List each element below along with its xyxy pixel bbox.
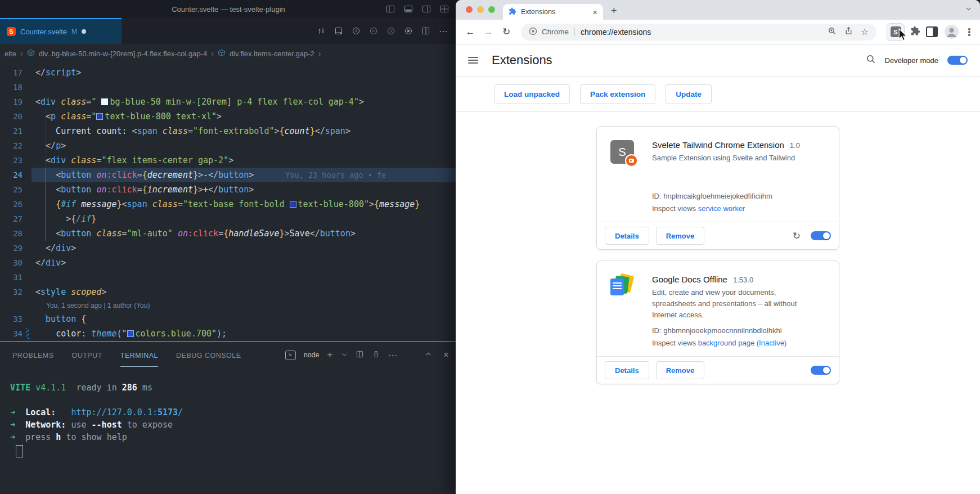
split-terminal-icon[interactable] bbox=[356, 350, 364, 360]
unsaved-dot-icon[interactable] bbox=[82, 29, 86, 34]
code-editor[interactable]: 17</script>1819<div class=" bg-blue-50 m… bbox=[0, 63, 457, 341]
open-changes-icon[interactable] bbox=[317, 26, 326, 35]
terminal-line: ➜ Network: use --host to expose bbox=[0, 419, 457, 431]
code-line[interactable]: 25 <button on:click={increment}>+</butto… bbox=[0, 182, 457, 197]
color-swatch-icon[interactable] bbox=[127, 330, 134, 337]
chrome-tab-extensions[interactable]: Extensions × bbox=[503, 4, 603, 20]
code-line[interactable]: 31 bbox=[0, 270, 457, 285]
split-editor-icon[interactable] bbox=[421, 26, 430, 35]
extension-enabled-toggle[interactable] bbox=[811, 231, 831, 240]
toggle-sidebar-icon[interactable] bbox=[386, 5, 395, 14]
codelens-annotation[interactable]: You, 1 second ago | 1 author (You) bbox=[0, 299, 457, 312]
line-number: 21 bbox=[0, 124, 35, 138]
code-line[interactable]: 27 >{/if} bbox=[0, 212, 457, 226]
bookmark-star-icon[interactable]: ☆ bbox=[861, 26, 869, 37]
side-panel-icon[interactable] bbox=[926, 26, 938, 37]
symbol-cube-icon bbox=[218, 49, 226, 59]
tab-terminal[interactable]: TERMINAL bbox=[120, 344, 158, 367]
code-line[interactable]: 23 <div class="flex items-center gap-2"> bbox=[0, 153, 457, 168]
mac-minimize-button[interactable] bbox=[477, 6, 484, 13]
profile-avatar[interactable] bbox=[945, 25, 959, 39]
tab-counter-svelte[interactable]: S Counter.svelte M bbox=[0, 18, 122, 44]
breadcrumb-symbol-1[interactable]: div..bg-blue-50.min-w-[20rem].p-4.flex.f… bbox=[39, 50, 208, 58]
line-number: 19 bbox=[0, 95, 35, 109]
nav-circle-left-icon[interactable] bbox=[352, 26, 361, 35]
maximize-panel-icon[interactable] bbox=[425, 351, 432, 360]
code-line[interactable]: 32<style scoped> bbox=[0, 285, 457, 299]
address-url[interactable]: chrome://extensions bbox=[581, 28, 651, 37]
code-line[interactable]: 18 bbox=[0, 80, 457, 95]
nav-circle-icon[interactable] bbox=[369, 26, 378, 35]
code-line[interactable]: 26 {#if message}<span class="text-base f… bbox=[0, 197, 457, 212]
code-token: </ bbox=[315, 126, 325, 136]
extensions-puzzle-icon[interactable] bbox=[910, 26, 920, 38]
remove-button[interactable]: Remove bbox=[656, 361, 705, 379]
code-line[interactable]: 20 <p class="text-blue-800 text-xl"> bbox=[0, 109, 457, 124]
update-button[interactable]: Update bbox=[666, 84, 712, 104]
pack-extension-button[interactable]: Pack extension bbox=[580, 84, 655, 104]
search-icon[interactable] bbox=[866, 54, 876, 66]
code-line[interactable]: 19<div class=" bg-blue-50 min-w-[20rem] … bbox=[0, 95, 457, 109]
reload-icon[interactable]: ↻ bbox=[498, 26, 514, 38]
terminal-output[interactable]: VITE v4.1.1 ready in 286 ms ➜ Local: htt… bbox=[0, 368, 457, 457]
address-bar[interactable]: Chrome chrome://extensions ☆ bbox=[521, 24, 876, 41]
kill-terminal-icon[interactable] bbox=[372, 350, 380, 360]
panel-more-actions-icon[interactable]: ⋯ bbox=[388, 350, 398, 361]
tab-debug-console[interactable]: DEBUG CONSOLE bbox=[176, 344, 241, 367]
code-token: button bbox=[218, 170, 249, 180]
code-line[interactable]: 17</script> bbox=[0, 65, 457, 80]
new-tab-button[interactable]: + bbox=[611, 5, 617, 17]
extension-enabled-toggle[interactable] bbox=[811, 366, 831, 375]
extension-name: Svelete Tailwind Chrome Extension bbox=[652, 140, 784, 150]
customize-layout-icon[interactable] bbox=[440, 5, 449, 14]
new-terminal-icon[interactable]: + bbox=[327, 349, 332, 361]
open-preview-icon[interactable] bbox=[334, 26, 343, 35]
forward-icon[interactable]: → bbox=[480, 26, 496, 38]
mac-zoom-button[interactable] bbox=[488, 6, 495, 13]
breadcrumb-file[interactable]: elte bbox=[5, 50, 16, 58]
background-page-link[interactable]: background page (Inactive) bbox=[698, 339, 787, 347]
code-token bbox=[35, 111, 46, 122]
code-token: } bbox=[91, 214, 96, 224]
back-icon[interactable]: ← bbox=[462, 26, 478, 38]
toggle-panel-icon[interactable] bbox=[404, 5, 413, 14]
nav-circle-right-icon[interactable] bbox=[386, 26, 395, 35]
editor-more-actions-icon[interactable]: ⋯ bbox=[439, 26, 448, 37]
code-text: <button class="ml-auto" on:click={handle… bbox=[35, 228, 356, 239]
code-line[interactable]: 21 Current count: <span class="font-extr… bbox=[0, 124, 457, 138]
details-button[interactable]: Details bbox=[605, 227, 649, 245]
service-worker-link[interactable]: service worker bbox=[698, 204, 745, 213]
color-swatch-icon[interactable] bbox=[290, 201, 296, 208]
details-button[interactable]: Details bbox=[605, 361, 649, 379]
color-swatch-icon[interactable] bbox=[96, 113, 103, 120]
share-icon[interactable] bbox=[844, 26, 853, 37]
tab-close-icon[interactable]: × bbox=[592, 8, 597, 16]
code-token bbox=[66, 287, 71, 297]
reload-extension-icon[interactable]: ↻ bbox=[793, 230, 801, 242]
close-panel-icon[interactable]: × bbox=[443, 350, 449, 360]
code-line[interactable]: 30</div> bbox=[0, 255, 457, 270]
load-unpacked-button[interactable]: Load unpacked bbox=[494, 84, 570, 104]
tab-output[interactable]: OUTPUT bbox=[71, 344, 102, 367]
terminal-process-label[interactable]: node bbox=[304, 351, 320, 359]
remove-button[interactable]: Remove bbox=[656, 227, 705, 245]
developer-mode-toggle[interactable] bbox=[947, 56, 968, 65]
code-token: } bbox=[415, 199, 420, 209]
code-line[interactable]: 24 <button on:click={decrement}>-</butto… bbox=[0, 168, 457, 182]
tab-problems[interactable]: PROBLEMS bbox=[12, 344, 53, 367]
code-line[interactable]: 33 button { bbox=[0, 312, 457, 326]
zoom-icon[interactable] bbox=[828, 26, 837, 37]
code-line[interactable]: 29 </div> bbox=[0, 241, 457, 255]
terminal-dropdown-icon[interactable] bbox=[341, 351, 348, 360]
code-line[interactable]: 28 <button class="ml-auto" on:click={han… bbox=[0, 226, 457, 241]
tab-search-chevron-icon[interactable] bbox=[965, 5, 972, 15]
run-icon[interactable] bbox=[404, 26, 413, 35]
toggle-secondary-sidebar-icon[interactable] bbox=[422, 5, 431, 14]
mac-close-button[interactable] bbox=[466, 6, 473, 13]
code-line[interactable]: 22 </p> bbox=[0, 138, 457, 153]
hamburger-menu-icon[interactable] bbox=[468, 55, 478, 65]
chrome-menu-kebab-icon[interactable]: ••• bbox=[965, 28, 973, 36]
breadcrumb-symbol-2[interactable]: div.flex.items-center.gap-2 bbox=[230, 50, 314, 58]
code-line[interactable]: 34 color: theme("colors.blue.700"); bbox=[0, 326, 457, 341]
color-swatch-icon[interactable] bbox=[101, 98, 108, 105]
